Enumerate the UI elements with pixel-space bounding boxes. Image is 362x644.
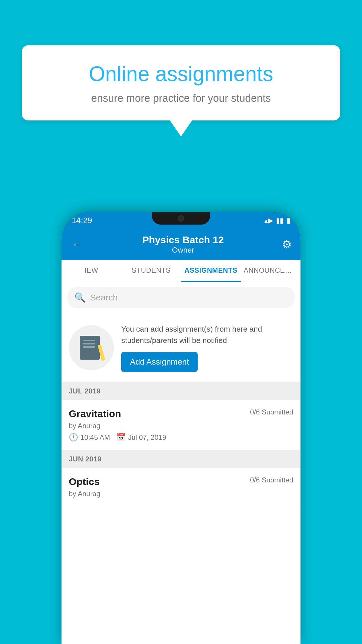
status-time: 14:29: [72, 216, 92, 225]
tab-assignments[interactable]: ASSIGNMENTS: [181, 260, 241, 282]
assignment-name: Gravitation: [69, 408, 121, 419]
phone-frame: 14:29 ▴▶ ▮▮ ▮ ← Physics Batch 12 Owner ⚙…: [61, 212, 301, 644]
assignment-name-optics: Optics: [69, 476, 100, 487]
assignment-item-optics[interactable]: Optics 0/6 Submitted by Anurag: [61, 468, 301, 509]
assignment-date: 📅 Jul 07, 2019: [116, 433, 166, 442]
search-input[interactable]: Search: [90, 293, 118, 302]
assignment-item-top: Gravitation 0/6 Submitted: [69, 408, 293, 419]
notebook-body: [80, 336, 100, 360]
assignment-item-top-optics: Optics 0/6 Submitted: [69, 476, 293, 487]
search-icon: 🔍: [74, 292, 86, 303]
header-title-group: Physics Batch 12 Owner: [142, 234, 224, 255]
wifi-icon: ▴▶: [264, 216, 273, 225]
add-assignment-button[interactable]: Add Assignment: [121, 352, 198, 372]
header-subtitle: Owner: [142, 246, 224, 255]
notebook-lines: [83, 340, 95, 349]
speech-bubble: Online assignments ensure more practice …: [22, 45, 340, 120]
tabs-bar: IEW STUDENTS ASSIGNMENTS ANNOUNCEMENTS: [61, 260, 301, 282]
promo-description: You can add assignment(s) from here and …: [121, 323, 293, 346]
phone-notch: [152, 212, 210, 225]
assignment-by-optics: by Anurag: [69, 490, 293, 498]
promo-section: You can add assignment(s) from here and …: [61, 313, 301, 382]
clock-icon: 🕐: [69, 433, 78, 442]
speech-bubble-arrow: [170, 120, 192, 136]
notebook-line: [83, 346, 95, 348]
assignment-item-gravitation[interactable]: Gravitation 0/6 Submitted by Anurag 🕐 10…: [61, 400, 301, 450]
settings-icon[interactable]: ⚙: [282, 238, 292, 251]
signal-icon: ▮▮: [276, 216, 284, 225]
battery-icon: ▮: [287, 216, 290, 225]
app-content: ← Physics Batch 12 Owner ⚙ IEW STUDENTS …: [61, 228, 301, 644]
app-header: ← Physics Batch 12 Owner ⚙: [61, 228, 301, 260]
tab-iew[interactable]: IEW: [61, 260, 121, 282]
notebook-line: [83, 343, 95, 344]
bubble-subtitle: ensure more practice for your students: [39, 92, 323, 104]
bubble-title: Online assignments: [39, 61, 323, 86]
promo-text-section: You can add assignment(s) from here and …: [121, 323, 293, 372]
section-header-jun: JUN 2019: [61, 450, 301, 468]
assignment-submitted: 0/6 Submitted: [250, 408, 293, 416]
assignment-meta: 🕐 10:45 AM 📅 Jul 07, 2019: [69, 433, 293, 442]
assignment-submitted-optics: 0/6 Submitted: [250, 476, 293, 484]
tab-students[interactable]: STUDENTS: [121, 260, 181, 282]
tab-announcements[interactable]: ANNOUNCEMENTS: [241, 260, 301, 282]
speech-bubble-container: Online assignments ensure more practice …: [22, 45, 340, 136]
calendar-icon: 📅: [116, 433, 126, 442]
assignment-time: 🕐 10:45 AM: [69, 433, 110, 442]
header-title: Physics Batch 12: [142, 234, 224, 246]
notebook-icon: [80, 335, 103, 361]
search-bar[interactable]: 🔍 Search: [67, 287, 295, 308]
promo-icon-circle: [69, 325, 114, 370]
assignment-time-value: 10:45 AM: [80, 433, 110, 442]
search-bar-container: 🔍 Search: [61, 282, 301, 313]
assignment-date-value: Jul 07, 2019: [128, 433, 166, 442]
notebook-line: [83, 340, 95, 341]
section-header-jul: JUL 2019: [61, 382, 301, 400]
back-button[interactable]: ←: [70, 237, 84, 252]
assignment-by: by Anurag: [69, 422, 293, 430]
notch-camera: [178, 215, 184, 222]
status-icons: ▴▶ ▮▮ ▮: [264, 216, 290, 225]
